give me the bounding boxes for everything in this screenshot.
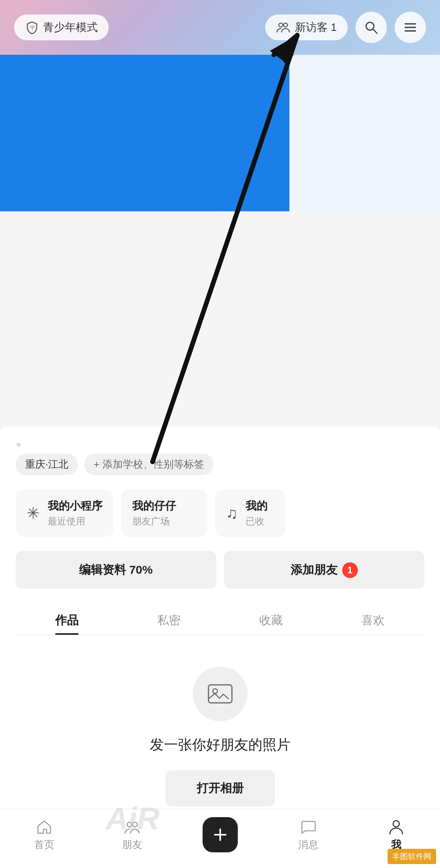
youth-mode-button[interactable]: 宁 青少年模式: [14, 14, 109, 40]
top-bar: 宁 青少年模式 新访客 1: [0, 0, 440, 51]
friends-square-card[interactable]: 我的仔仔 朋友广场: [121, 489, 207, 537]
friends-square-info: 我的仔仔 朋友广场: [132, 499, 176, 528]
add-friend-label: 添加朋友: [291, 562, 338, 578]
add-friend-badge: 1: [342, 562, 358, 578]
new-visitor-label: 新访客 1: [295, 20, 337, 35]
empty-state: 发一张你好朋友的照片 打开相册: [0, 635, 440, 830]
nav-messages[interactable]: 消息: [264, 818, 352, 852]
watermark: 丰图软件网: [388, 849, 436, 864]
edit-profile-label: 编辑资料 70%: [79, 562, 153, 578]
friends-square-title: 我的仔仔: [132, 499, 176, 513]
quick-actions-row: ✳ 我的小程序 最近使用 我的仔仔 朋友广场 ♫ 我的 已收: [16, 489, 424, 537]
hero-white-block: [289, 55, 440, 211]
svg-rect-12: [208, 685, 232, 703]
mini-programs-card[interactable]: ✳ 我的小程序 最近使用: [16, 489, 113, 537]
profile-section: 。 重庆·江北 + 添加学校、性别等标签 ✳ 我的小程序 最近使用 我的仔仔 朋…: [0, 427, 440, 635]
new-visitor-button[interactable]: 新访客 1: [265, 14, 348, 40]
hero-blue-block: [0, 55, 289, 211]
content-tabs: 作品 私密 收藏 喜欢: [16, 605, 424, 635]
plus-icon: [212, 826, 229, 843]
tab-works[interactable]: 作品: [16, 605, 118, 635]
empty-state-title: 发一张你好朋友的照片: [150, 735, 291, 755]
profile-tags: 重庆·江北 + 添加学校、性别等标签: [16, 454, 424, 475]
svg-text:宁: 宁: [30, 25, 35, 31]
hamburger-icon: [403, 20, 418, 35]
add-tag-label: + 添加学校、性别等标签: [93, 457, 204, 471]
home-icon: [36, 818, 53, 836]
svg-line-4: [373, 29, 377, 33]
add-friend-button[interactable]: 添加朋友 1: [224, 551, 425, 589]
tab-private[interactable]: 私密: [118, 605, 220, 635]
music-subtitle: 已收: [246, 515, 268, 528]
music-icon: ♫: [226, 504, 238, 522]
tab-likes[interactable]: 喜欢: [322, 605, 424, 635]
music-info: 我的 已收: [246, 499, 268, 528]
nav-home-label: 首页: [34, 838, 54, 852]
location-tag: 重庆·江北: [16, 454, 78, 475]
add-button[interactable]: [203, 817, 238, 852]
friends-square-subtitle: 朋友广场: [132, 515, 176, 528]
nav-me[interactable]: 我: [352, 818, 440, 852]
menu-button[interactable]: [395, 12, 426, 43]
mini-program-icon: ✳: [27, 504, 40, 522]
image-placeholder-icon: [207, 680, 234, 708]
nav-messages-label: 消息: [298, 838, 318, 852]
svg-point-1: [279, 23, 283, 27]
profile-icon: [388, 818, 405, 836]
person-group-icon: [276, 20, 290, 34]
mini-program-subtitle: 最近使用: [48, 515, 102, 528]
profile-status-dot: 。: [16, 430, 424, 450]
tab-favorites[interactable]: 收藏: [220, 605, 322, 635]
bottom-navigation: 首页 朋友 消息: [0, 809, 440, 868]
svg-point-13: [213, 689, 217, 693]
nav-add[interactable]: [176, 817, 264, 852]
search-icon: [364, 20, 379, 35]
music-title: 我的: [246, 499, 268, 513]
nav-friends-label: 朋友: [122, 838, 142, 852]
svg-point-2: [284, 23, 287, 27]
youth-mode-label: 青少年模式: [43, 20, 98, 35]
air-watermark: AiR: [106, 801, 160, 837]
top-right-actions: 新访客 1: [265, 12, 426, 43]
music-card[interactable]: ♫ 我的 已收: [215, 489, 286, 537]
mini-program-title: 我的小程序: [48, 499, 102, 513]
open-album-button[interactable]: 打开相册: [165, 770, 275, 807]
nav-home[interactable]: 首页: [0, 818, 88, 852]
empty-icon-container: [193, 666, 248, 721]
message-icon: [300, 818, 317, 836]
action-buttons-row: 编辑资料 70% 添加朋友 1: [16, 551, 424, 589]
add-tag-button[interactable]: + 添加学校、性别等标签: [84, 454, 213, 475]
mini-program-info: 我的小程序 最近使用: [48, 499, 102, 528]
search-button[interactable]: [356, 12, 387, 43]
edit-profile-button[interactable]: 编辑资料 70%: [16, 551, 216, 589]
shield-icon: 宁: [25, 20, 39, 34]
svg-point-18: [393, 821, 399, 827]
